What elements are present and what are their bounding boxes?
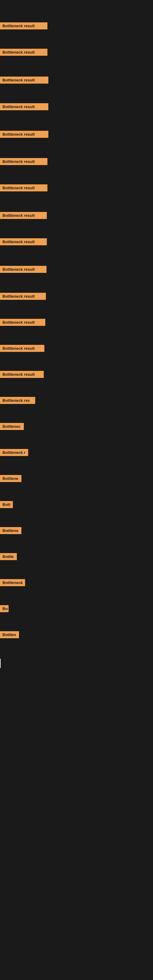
bottleneck-bar[interactable]: Bottleneck result bbox=[0, 103, 48, 110]
bottleneck-bar-row: Bottleneck result bbox=[0, 22, 48, 30]
bottleneck-bar[interactable]: Bottleneck bbox=[0, 579, 25, 586]
bars-container: Bottleneck resultBottleneck resultBottle… bbox=[0, 5, 153, 643]
bottleneck-bar-row: Bott bbox=[0, 501, 13, 509]
bottleneck-bar[interactable]: Bott bbox=[0, 501, 13, 508]
bottleneck-bar[interactable]: Bottle bbox=[0, 553, 17, 560]
bottleneck-bar-row: Bottleneck result bbox=[0, 103, 48, 111]
bottleneck-bar-row: Bottlen bbox=[0, 631, 19, 640]
text-cursor bbox=[0, 659, 1, 668]
bottleneck-bar[interactable]: Bo bbox=[0, 605, 9, 612]
bottleneck-bar[interactable]: Bottleneck result bbox=[0, 212, 47, 219]
bottleneck-bar-row: Bottleneck result bbox=[0, 185, 48, 192]
bottleneck-bar[interactable]: Bottleneck result bbox=[0, 293, 46, 300]
bottleneck-bar-row: Bottleneck result bbox=[0, 266, 46, 274]
bottleneck-bar-row: Bottleneck result bbox=[0, 293, 46, 301]
bottleneck-bar[interactable]: Bottlenec bbox=[0, 423, 24, 430]
bottleneck-bar[interactable]: Bottleneck result bbox=[0, 238, 47, 245]
bottleneck-bar[interactable]: Bottleneck result bbox=[0, 131, 48, 138]
bottleneck-bar[interactable]: Bottleneck result bbox=[0, 185, 48, 191]
bottleneck-bar-row: Bottleneck res bbox=[0, 397, 35, 405]
bottleneck-bar[interactable]: Bottlene bbox=[0, 527, 21, 534]
bottleneck-bar[interactable]: Bottleneck result bbox=[0, 345, 45, 352]
bottleneck-bar-row: Bottleneck result bbox=[0, 319, 45, 327]
bottleneck-bar[interactable]: Bottleneck result bbox=[0, 49, 48, 56]
bottleneck-bar[interactable]: Bottleneck result bbox=[0, 76, 48, 84]
bottleneck-bar[interactable]: Bottleneck r bbox=[0, 449, 28, 456]
bottleneck-bar-row: Bottleneck result bbox=[0, 345, 45, 353]
bottleneck-bar[interactable]: Bottleneck result bbox=[0, 319, 45, 326]
bottleneck-bar[interactable]: Bottlene bbox=[0, 475, 21, 482]
bottleneck-bar[interactable]: Bottleneck res bbox=[0, 397, 35, 404]
bottleneck-bar-row: Bottle bbox=[0, 553, 17, 562]
bottleneck-bar-row: Bottlenec bbox=[0, 423, 24, 431]
bottleneck-bar-row: Bottleneck result bbox=[0, 76, 48, 85]
bottleneck-bar-row: Bottlene bbox=[0, 527, 21, 535]
bottleneck-bar-row: Bottleneck result bbox=[0, 158, 48, 166]
bottleneck-bar-row: Bottleneck result bbox=[0, 238, 47, 247]
bottleneck-bar[interactable]: Bottleneck result bbox=[0, 371, 44, 378]
bottleneck-bar-row: Bottleneck result bbox=[0, 131, 48, 139]
bottleneck-bar[interactable]: Bottleneck result bbox=[0, 158, 48, 165]
bottleneck-bar-row: Bottleneck result bbox=[0, 371, 44, 379]
cursor-container bbox=[0, 643, 153, 827]
site-title bbox=[0, 0, 153, 5]
bottleneck-bar-row: Bottlene bbox=[0, 475, 21, 483]
bottleneck-bar-row: Bottleneck result bbox=[0, 212, 47, 220]
bottleneck-bar-row: Bo bbox=[0, 605, 9, 613]
bottleneck-bar-row: Bottleneck bbox=[0, 579, 25, 587]
bottleneck-bar[interactable]: Bottleneck result bbox=[0, 266, 46, 273]
bottleneck-bar-row: Bottleneck result bbox=[0, 49, 48, 57]
bottleneck-bar-row: Bottleneck r bbox=[0, 449, 28, 457]
bottleneck-bar[interactable]: Bottlen bbox=[0, 631, 19, 638]
bottleneck-bar[interactable]: Bottleneck result bbox=[0, 22, 48, 29]
